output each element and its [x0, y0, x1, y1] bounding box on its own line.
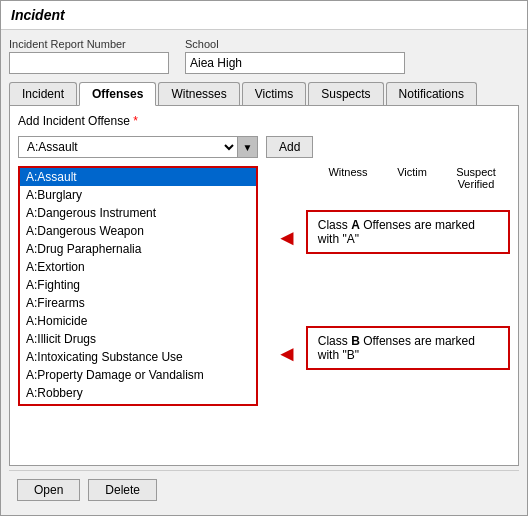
tab-offenses[interactable]: Offenses — [79, 82, 156, 106]
list-item[interactable]: A:Intoxicating Substance Use — [20, 348, 256, 366]
list-item[interactable]: A:Sexual Offense — [20, 402, 256, 406]
list-item[interactable]: A:Illicit Drugs — [20, 330, 256, 348]
add-offense-button[interactable]: Add — [266, 136, 313, 158]
incident-window: Incident Incident Report Number School I… — [0, 0, 528, 516]
tab-victims[interactable]: Victims — [242, 82, 306, 105]
arrow-a-icon: ◄ — [276, 225, 298, 251]
offense-list[interactable]: A:AssaultA:BurglaryA:Dangerous Instrumen… — [18, 166, 258, 406]
annotation-a-box: Class A Offenses are marked with "A" — [306, 210, 510, 254]
list-item[interactable]: A:Burglary — [20, 186, 256, 204]
list-item[interactable]: A:Extortion — [20, 258, 256, 276]
list-item[interactable]: A:Robbery — [20, 384, 256, 402]
required-mark: * — [130, 114, 138, 128]
tab-notifications[interactable]: Notifications — [386, 82, 477, 105]
list-item[interactable]: A:Property Damage or Vandalism — [20, 366, 256, 384]
offense-select[interactable]: A:AssaultA:BurglaryA:Dangerous Instrumen… — [18, 136, 238, 158]
content-area: Incident Report Number School IncidentOf… — [1, 30, 527, 516]
tab-incident[interactable]: Incident — [9, 82, 77, 105]
witness-col-header: Witness — [318, 166, 378, 190]
delete-button[interactable]: Delete — [88, 479, 157, 501]
bottom-bar: Open Delete — [9, 470, 519, 509]
form-row: Incident Report Number School — [9, 38, 519, 74]
tab-witnesses[interactable]: Witnesses — [158, 82, 239, 105]
class-a-label: A — [351, 218, 360, 232]
annotation-b-wrapper: ◄ Class B Offenses are marked with "B" — [276, 326, 510, 382]
open-button[interactable]: Open — [17, 479, 80, 501]
offense-right-panel: Witness Victim Suspect Verified ◄ Class … — [266, 166, 510, 406]
annotation-a-text: Class A Offenses are marked with "A" — [318, 218, 475, 246]
tab-content-offenses: Add Incident Offense * A:AssaultA:Burgla… — [9, 106, 519, 466]
class-b-label: B — [351, 334, 360, 348]
annotation-b-box: Class B Offenses are marked with "B" — [306, 326, 510, 370]
tabs-bar: IncidentOffensesWitnessesVictimsSuspects… — [9, 82, 519, 106]
school-group: School — [185, 38, 405, 74]
offense-list-container: A:AssaultA:BurglaryA:Dangerous Instrumen… — [18, 166, 258, 406]
annotation-a-wrapper: ◄ Class A Offenses are marked with "A" — [276, 210, 510, 266]
dropdown-arrow-icon[interactable]: ▼ — [238, 136, 258, 158]
school-label: School — [185, 38, 405, 50]
report-number-group: Incident Report Number — [9, 38, 169, 74]
report-number-label: Incident Report Number — [9, 38, 169, 50]
annotation-b-text: Class B Offenses are marked with "B" — [318, 334, 475, 362]
tab-suspects[interactable]: Suspects — [308, 82, 383, 105]
list-item[interactable]: A:Fighting — [20, 276, 256, 294]
add-offense-label: Add Incident Offense * — [18, 114, 138, 128]
list-item[interactable]: A:Homicide — [20, 312, 256, 330]
arrow-b-icon: ◄ — [276, 341, 298, 367]
offense-select-row: A:AssaultA:BurglaryA:Dangerous Instrumen… — [18, 136, 510, 158]
list-item[interactable]: A:Drug Paraphernalia — [20, 240, 256, 258]
list-item[interactable]: A:Dangerous Instrument — [20, 204, 256, 222]
report-number-input[interactable] — [9, 52, 169, 74]
column-headers: Witness Victim Suspect Verified — [266, 166, 510, 190]
add-offense-row: Add Incident Offense * — [18, 114, 510, 128]
offense-select-wrapper: A:AssaultA:BurglaryA:Dangerous Instrumen… — [18, 136, 258, 158]
school-input[interactable] — [185, 52, 405, 74]
list-item[interactable]: A:Assault — [20, 168, 256, 186]
list-item[interactable]: A:Firearms — [20, 294, 256, 312]
suspect-verified-col-header: Suspect Verified — [446, 166, 506, 190]
offense-list-area: A:AssaultA:BurglaryA:Dangerous Instrumen… — [18, 166, 510, 406]
list-item[interactable]: A:Dangerous Weapon — [20, 222, 256, 240]
annotations-area: ◄ Class A Offenses are marked with "A" ◄… — [266, 210, 510, 382]
victim-col-header: Victim — [382, 166, 442, 190]
window-title: Incident — [1, 1, 527, 30]
